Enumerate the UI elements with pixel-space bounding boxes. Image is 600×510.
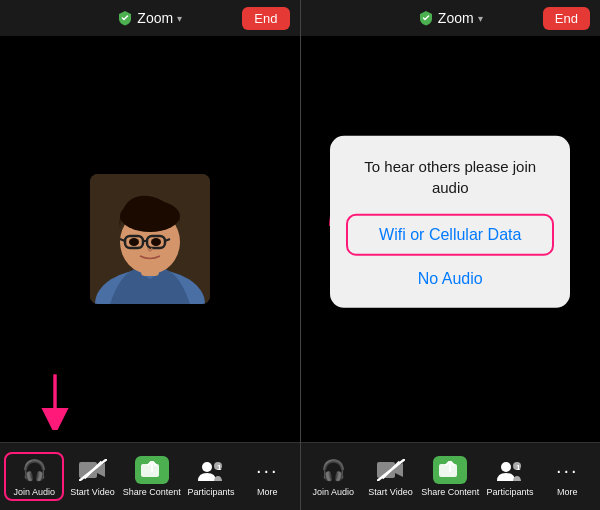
participant-thumbnail	[90, 174, 210, 304]
more-button-right[interactable]: ··· More	[539, 452, 596, 501]
participants-label: Participants	[187, 487, 234, 497]
right-screen: Zoom ▾ End To hear others please join au…	[301, 0, 601, 510]
start-video-label-right: Start Video	[368, 487, 412, 497]
participants-label-right: Participants	[486, 487, 533, 497]
join-audio-label: Join Audio	[13, 487, 55, 497]
chevron-icon-left: ▾	[177, 13, 182, 24]
start-video-button-right[interactable]: Start Video	[362, 452, 419, 501]
join-audio-button[interactable]: 🎧 Join Audio	[4, 452, 64, 501]
svg-text:1: 1	[217, 463, 222, 472]
join-audio-label-right: Join Audio	[312, 487, 354, 497]
svg-text:1: 1	[516, 463, 521, 472]
headphone-icon: 🎧	[20, 456, 48, 484]
participants-button[interactable]: 1 Participants	[183, 452, 239, 501]
more-button-left[interactable]: ··· More	[239, 452, 295, 501]
share-content-button-right[interactable]: Share Content	[419, 452, 481, 501]
dialog-title: To hear others please join audio	[346, 156, 554, 198]
more-icon-left: ···	[253, 456, 281, 484]
join-audio-button-right[interactable]: 🎧 Join Audio	[305, 452, 362, 501]
share-icon	[135, 456, 169, 484]
svg-point-15	[202, 462, 212, 472]
start-video-label: Start Video	[70, 487, 114, 497]
svg-point-10	[129, 238, 139, 246]
share-content-label: Share Content	[123, 487, 181, 497]
shield-icon-right	[418, 10, 434, 26]
wifi-cellular-button[interactable]: Wifi or Cellular Data	[346, 214, 554, 256]
end-button-right[interactable]: End	[543, 7, 590, 30]
participants-icon-right: 1	[496, 456, 524, 484]
chevron-icon-right: ▾	[478, 13, 483, 24]
video-icon-right	[377, 456, 405, 484]
no-audio-button[interactable]: No Audio	[346, 266, 554, 292]
video-area-left	[0, 36, 300, 442]
video-icon	[79, 456, 107, 484]
zoom-label-right: Zoom	[438, 10, 474, 26]
share-content-label-right: Share Content	[421, 487, 479, 497]
left-screen: Zoom ▾ End	[0, 0, 300, 510]
audio-dialog: To hear others please join audio Wifi or…	[330, 136, 570, 308]
toolbar-right: 🎧 Join Audio Start Video Share	[301, 442, 601, 510]
share-icon-right	[433, 456, 467, 484]
video-area-right: To hear others please join audio Wifi or…	[301, 36, 601, 442]
zoom-brand-right[interactable]: Zoom ▾	[418, 10, 483, 26]
zoom-brand-left[interactable]: Zoom ▾	[117, 10, 182, 26]
more-label-left: More	[257, 487, 278, 497]
top-bar-left: Zoom ▾ End	[0, 0, 300, 36]
zoom-label-left: Zoom	[137, 10, 173, 26]
shield-icon	[117, 10, 133, 26]
start-video-button[interactable]: Start Video	[64, 452, 120, 501]
participants-icon: 1	[197, 456, 225, 484]
headphone-icon-right: 🎧	[319, 456, 347, 484]
more-icon-right: ···	[553, 456, 581, 484]
svg-point-11	[151, 238, 161, 246]
more-label-right: More	[557, 487, 578, 497]
share-content-button[interactable]: Share Content	[121, 452, 183, 501]
end-button-left[interactable]: End	[242, 7, 289, 30]
participants-button-right[interactable]: 1 Participants	[481, 452, 538, 501]
svg-point-20	[501, 462, 511, 472]
top-bar-right: Zoom ▾ End	[301, 0, 601, 36]
toolbar-left: 🎧 Join Audio Start Video Share	[0, 442, 300, 510]
